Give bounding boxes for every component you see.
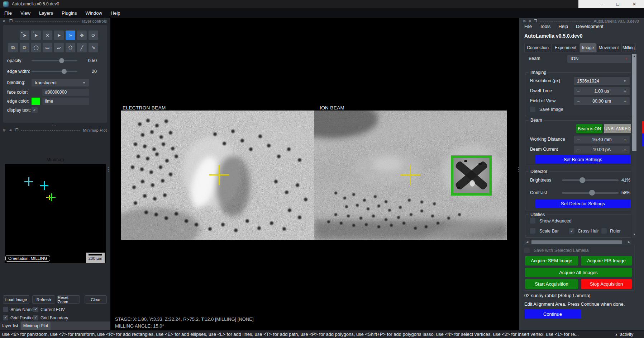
beam-dropdown[interactable]: ION ▼ <box>567 55 631 63</box>
vertical-scrollbar-thumb[interactable] <box>632 54 636 151</box>
activity-toggle[interactable]: ▲ activity <box>615 332 633 337</box>
tab-milling[interactable]: Milling <box>621 43 636 52</box>
move-front-icon[interactable]: ⧉ <box>20 43 29 52</box>
scroll-down-icon[interactable]: ▼ <box>633 233 636 236</box>
add-ellipse-icon[interactable]: ◯ <box>31 43 41 52</box>
tab-connection[interactable]: Connection <box>524 43 551 52</box>
add-quadrilateral-icon[interactable]: ▱ <box>54 43 64 52</box>
horizontal-scrollbar-thumb[interactable] <box>531 240 622 244</box>
edge-width-slider[interactable] <box>32 71 77 72</box>
acquire-all-button[interactable]: Acquire All Images <box>525 268 632 277</box>
minimize-icon[interactable]: — <box>593 0 610 8</box>
viewer-canvas[interactable]: ELECTRON BEAM ION BEAM <box>110 18 519 330</box>
move-shape-icon[interactable]: ✥ <box>77 30 87 40</box>
menu-help[interactable]: Help <box>558 24 568 29</box>
reset-zoom-button[interactable]: Reset Zoom <box>57 295 80 304</box>
menu-window[interactable]: Window <box>86 10 102 16</box>
menu-help[interactable]: Help <box>111 10 120 16</box>
menu-file[interactable]: File <box>524 24 532 29</box>
opacity-slider[interactable] <box>32 60 77 61</box>
continue-button[interactable]: Continue <box>524 309 581 319</box>
hide-panel-icon[interactable]: ⌀ <box>3 19 5 23</box>
scale-bar-checkbox[interactable] <box>530 228 535 234</box>
acquire-fib-button[interactable]: Acquire FIB Image <box>581 256 632 266</box>
save-with-lamella-checkbox[interactable] <box>524 248 530 253</box>
edge-color-swatch[interactable] <box>32 98 40 105</box>
contrast-slider-handle[interactable] <box>589 190 595 196</box>
move-back-icon[interactable]: ⧉ <box>8 43 18 52</box>
edge-color-input[interactable]: lime <box>42 98 89 105</box>
clear-button[interactable]: Clear <box>85 295 107 304</box>
tab-image[interactable]: Image <box>580 43 596 52</box>
increment-icon[interactable]: + <box>620 89 630 94</box>
fov-spinner[interactable]: − 80.00 um + <box>574 97 630 105</box>
add-rectangle-icon[interactable]: ▭ <box>43 43 52 52</box>
increment-icon[interactable]: + <box>620 99 630 104</box>
close-panel-icon[interactable]: ✕ <box>3 128 6 132</box>
left-splitter-handle[interactable]: ⋮ <box>106 168 109 171</box>
delete-shape-icon[interactable]: ✕ <box>43 30 52 40</box>
refresh-button[interactable]: Refresh <box>32 295 55 304</box>
resolution-dropdown[interactable]: 1536x1024 ▼ <box>574 77 630 85</box>
vertex-insert-icon[interactable]: ➤+ <box>31 30 41 40</box>
vertex-remove-icon[interactable]: ➤− <box>20 30 29 40</box>
close-icon[interactable]: ✕ <box>626 0 643 8</box>
select-shape-icon[interactable]: ➤ <box>54 30 64 40</box>
set-detector-settings-button[interactable]: Set Detector Settings <box>535 199 630 208</box>
show-advanced-checkbox[interactable] <box>530 218 535 224</box>
add-line-icon[interactable]: ╱ <box>77 43 87 52</box>
opacity-slider-handle[interactable] <box>59 58 64 63</box>
vertical-scrollbar[interactable]: ▲ ▼ <box>632 54 636 238</box>
show-names-checkbox[interactable] <box>3 307 8 312</box>
alignment-area-box[interactable] <box>451 155 492 196</box>
start-acquisition-button[interactable]: Start Acquisition <box>525 279 578 289</box>
save-image-checkbox[interactable] <box>530 107 535 112</box>
set-beam-settings-button[interactable]: Set Beam Settings <box>535 155 630 164</box>
tab-experiment[interactable]: Experiment <box>552 43 579 52</box>
add-path-icon[interactable]: ∿ <box>89 43 98 52</box>
menu-tools[interactable]: Tools <box>540 24 550 29</box>
minimap-plot[interactable]: Orientation: MILLING 200 µm <box>5 164 106 263</box>
transform-shape-icon[interactable]: ⟳ <box>89 30 98 40</box>
float-panel-icon[interactable]: ❐ <box>9 19 13 23</box>
add-polygon-icon[interactable]: ⬠ <box>66 43 75 52</box>
edge-width-slider-handle[interactable] <box>62 69 67 74</box>
dwell-time-spinner[interactable]: − 1.00 us + <box>574 87 630 95</box>
beam-on-button[interactable]: Beam is ON <box>576 124 602 133</box>
brightness-slider[interactable] <box>562 179 619 181</box>
grid-positions-checkbox[interactable]: ✓ <box>3 315 8 320</box>
tab-minimap-plot[interactable]: Minimap Plot <box>21 321 51 330</box>
acquire-sem-button[interactable]: Acquire SEM Image <box>525 256 578 266</box>
grid-boundary-checkbox[interactable]: ✓ <box>33 315 38 320</box>
menu-development[interactable]: Development <box>576 24 604 29</box>
menu-view[interactable]: View <box>20 10 30 16</box>
blending-dropdown[interactable]: translucent ▼ <box>32 79 89 86</box>
unblanked-button[interactable]: UNBLANKED <box>604 124 631 133</box>
hide-panel-icon[interactable]: ⌀ <box>529 19 531 23</box>
increment-icon[interactable]: + <box>620 147 630 152</box>
menu-file[interactable]: File <box>4 10 12 16</box>
decrement-icon[interactable]: − <box>574 147 583 152</box>
face-color-swatch[interactable] <box>32 89 40 96</box>
ruler-checkbox[interactable] <box>601 228 607 234</box>
stop-acquisition-button[interactable]: Stop Acquisition <box>581 279 632 289</box>
tab-movement[interactable]: Movement <box>596 43 621 52</box>
right-splitter-handle[interactable]: ⋮ <box>516 168 519 171</box>
direct-select-icon[interactable]: ➢ <box>66 30 75 40</box>
hide-panel-icon[interactable]: ⌀ <box>9 128 11 132</box>
float-panel-icon[interactable]: ❐ <box>15 128 18 132</box>
current-fov-checkbox[interactable]: ✓ <box>33 307 38 312</box>
decrement-icon[interactable]: − <box>574 137 583 142</box>
tab-layer-list[interactable]: layer list <box>0 321 20 330</box>
maximize-icon[interactable]: □ <box>610 0 626 8</box>
decrement-icon[interactable]: − <box>574 99 583 104</box>
scroll-up-icon[interactable]: ▲ <box>633 55 636 58</box>
display-text-checkbox[interactable]: ✓ <box>32 107 38 113</box>
menu-plugins[interactable]: Plugins <box>62 10 77 16</box>
float-panel-icon[interactable]: ❐ <box>534 19 537 23</box>
menu-layers[interactable]: Layers <box>39 10 53 16</box>
close-panel-icon[interactable]: ✕ <box>523 19 526 23</box>
cross-hair-checkbox[interactable]: ✓ <box>569 228 574 234</box>
working-distance-spinner[interactable]: − 16.40 mm + <box>574 136 630 144</box>
beam-current-spinner[interactable]: − 10.00 pA + <box>574 146 630 154</box>
